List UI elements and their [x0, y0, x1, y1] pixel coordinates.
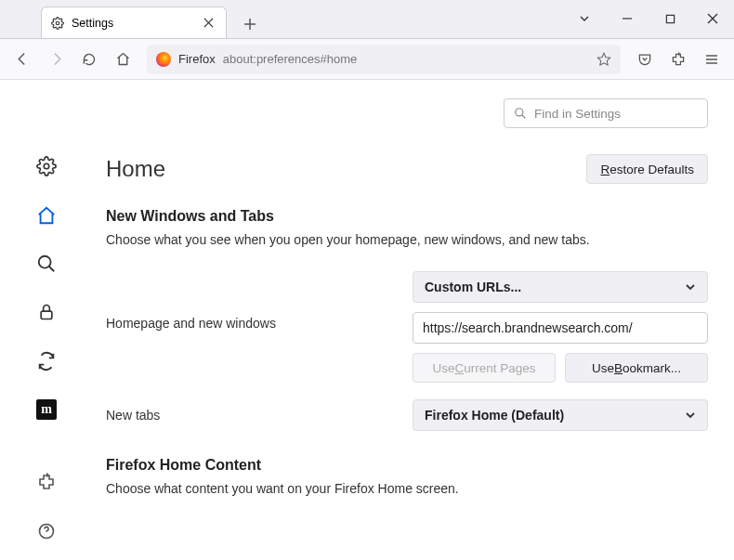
homepage-url-input[interactable]	[413, 312, 708, 344]
reload-button[interactable]	[74, 45, 104, 74]
chevron-down-icon	[685, 281, 696, 293]
newtabs-label: New tabs	[106, 408, 413, 423]
back-button[interactable]	[7, 45, 37, 74]
home-button[interactable]	[108, 45, 138, 74]
sidebar-item-extensions[interactable]	[32, 470, 61, 494]
svg-point-2	[44, 163, 49, 169]
sidebar-item-general[interactable]	[32, 154, 61, 178]
homepage-mode-value: Custom URLs...	[425, 280, 521, 294]
bookmark-star-icon[interactable]	[596, 52, 611, 67]
minimize-button[interactable]	[606, 0, 649, 38]
section-new-windows-desc: Choose what you see when you open your h…	[106, 232, 708, 247]
maximize-button[interactable]	[649, 0, 691, 38]
newtabs-select[interactable]: Firefox Home (Default)	[413, 399, 708, 431]
sidebar-item-search[interactable]	[32, 252, 61, 276]
urlbar-identity-label: Firefox	[178, 52, 216, 66]
menu-button[interactable]	[697, 45, 727, 74]
newtabs-value: Firefox Home (Default)	[425, 408, 564, 423]
restore-defaults-button[interactable]: Restore Defaults	[586, 154, 708, 184]
m-icon: m	[36, 399, 57, 420]
settings-search-input[interactable]: Find in Settings	[504, 98, 708, 128]
url-bar[interactable]: Firefox about:preferences#home	[147, 45, 621, 74]
sidebar-item-privacy[interactable]	[32, 300, 61, 324]
extensions-button[interactable]	[663, 45, 693, 74]
svg-rect-4	[41, 311, 52, 319]
forward-button[interactable]	[41, 45, 71, 74]
tab-title: Settings	[72, 17, 192, 30]
svg-rect-1	[666, 15, 674, 22]
sidebar-item-more[interactable]: m	[32, 397, 61, 422]
homepage-label: Homepage and new windows	[106, 271, 413, 331]
sidebar-item-sync[interactable]	[32, 349, 61, 373]
search-placeholder: Find in Settings	[534, 107, 621, 121]
sidebar-item-help[interactable]	[32, 519, 61, 543]
main-content: Find in Settings Home Restore Defaults N…	[93, 80, 734, 560]
sidebar: m	[0, 80, 93, 560]
close-icon[interactable]	[200, 15, 216, 32]
use-bookmark-button[interactable]: Use Bookmark...	[565, 353, 708, 383]
chevron-down-icon	[685, 410, 696, 421]
gear-icon	[51, 17, 64, 30]
titlebar: Settings	[0, 0, 734, 39]
close-window-button[interactable]	[691, 0, 734, 38]
sidebar-item-home[interactable]	[32, 202, 61, 227]
search-icon	[514, 107, 527, 120]
section-new-windows-title: New Windows and Tabs	[106, 208, 708, 225]
browser-tab[interactable]: Settings	[41, 7, 227, 38]
urlbar-address: about:preferences#home	[223, 52, 589, 66]
section-home-content-desc: Choose what content you want on your Fir…	[106, 481, 708, 496]
pocket-button[interactable]	[630, 45, 660, 74]
homepage-mode-select[interactable]: Custom URLs...	[413, 271, 708, 303]
svg-point-0	[56, 21, 59, 25]
firefox-logo-icon	[156, 52, 171, 67]
toolbar: Firefox about:preferences#home	[0, 39, 734, 80]
page-title: Home	[106, 156, 165, 182]
section-home-content-title: Firefox Home Content	[106, 457, 708, 474]
svg-point-6	[516, 109, 523, 116]
use-current-pages-button[interactable]: Use Current Pages	[413, 353, 556, 383]
svg-point-3	[39, 256, 51, 268]
new-tab-button[interactable]	[236, 10, 264, 38]
tab-dropdown-button[interactable]	[563, 0, 606, 38]
